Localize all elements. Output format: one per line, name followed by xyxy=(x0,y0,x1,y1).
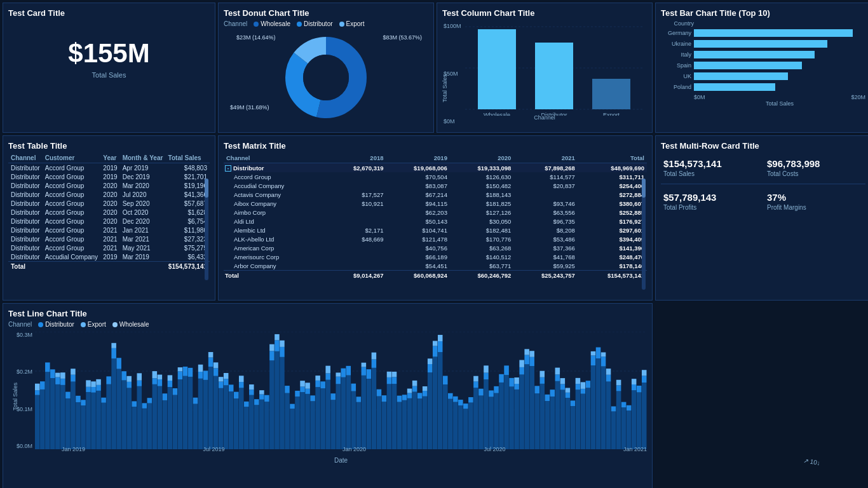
svg-rect-20 xyxy=(40,390,45,449)
matrix-col-2019: 2019 xyxy=(386,153,449,163)
svg-rect-32 xyxy=(65,398,71,449)
svg-rect-21 xyxy=(40,381,45,390)
svg-rect-138 xyxy=(280,347,285,357)
svg-rect-250 xyxy=(519,374,524,449)
svg-rect-183 xyxy=(377,396,382,449)
table-total-row: Total $154,573,141 xyxy=(8,262,210,271)
svg-rect-94 xyxy=(193,398,198,404)
svg-rect-268 xyxy=(555,381,560,449)
export-dot xyxy=(339,22,344,27)
svg-rect-59 xyxy=(121,381,126,449)
svg-rect-304 xyxy=(621,402,627,408)
matrix-row: Alembic Ltd$2,171$104,741$182,481$8,208$… xyxy=(224,226,647,234)
svg-rect-215 xyxy=(438,341,443,352)
svg-rect-88 xyxy=(178,367,183,371)
svg-rect-96 xyxy=(198,372,203,379)
svg-rect-25 xyxy=(50,369,55,378)
svg-rect-61 xyxy=(126,388,132,449)
svg-rect-185 xyxy=(382,402,387,449)
svg-rect-131 xyxy=(269,360,275,449)
line-title: Test Line Chart Title xyxy=(8,309,647,318)
table-row: DistributorAccord Group2019Apr 2019$48,8… xyxy=(8,163,210,173)
svg-rect-201 xyxy=(412,386,417,392)
svg-rect-240 xyxy=(494,386,499,393)
svg-rect-128 xyxy=(259,390,264,394)
matrix-scrollbar-thumb[interactable] xyxy=(642,179,646,198)
svg-rect-54 xyxy=(111,358,116,449)
svg-rect-303 xyxy=(621,407,627,449)
svg-rect-198 xyxy=(407,393,412,398)
svg-rect-206 xyxy=(423,391,428,396)
svg-rect-212 xyxy=(433,346,438,357)
table-row: DistributorAccord Group2019Dec 2019$21,7… xyxy=(8,172,210,181)
bar-row-uk: UK xyxy=(661,72,865,80)
svg-rect-205 xyxy=(423,396,428,449)
svg-rect-24 xyxy=(50,378,55,449)
matrix-total-2018: $9,014,267 xyxy=(328,271,386,280)
svg-rect-74 xyxy=(153,378,158,384)
svg-rect-313 xyxy=(642,376,647,383)
svg-rect-277 xyxy=(571,406,576,449)
donut-label-distributor: $49M (31.68%) xyxy=(230,104,269,111)
bar-title: Test Bar Chart Title (Top 10) xyxy=(661,8,865,18)
svg-rect-31 xyxy=(60,372,65,379)
wholesale-dot xyxy=(254,22,259,27)
svg-rect-230 xyxy=(473,381,478,388)
svg-rect-72 xyxy=(147,398,153,403)
svg-rect-242 xyxy=(499,374,504,383)
svg-rect-42 xyxy=(86,387,91,392)
svg-rect-223 xyxy=(458,405,463,449)
cursor-area: ↗ 10↓ xyxy=(655,303,868,488)
distributor-label: Distributor xyxy=(304,20,333,27)
svg-rect-217 xyxy=(443,384,448,449)
matrix-scrollbar[interactable] xyxy=(642,179,646,290)
svg-rect-35 xyxy=(71,375,76,382)
table-row: DistributorAccord Group2020Mar 2020$19,1… xyxy=(8,181,210,190)
bar-row-italy: Italy xyxy=(661,51,865,58)
table-row: DistributorAccord Group2021Mar 2021$27,3… xyxy=(8,234,210,243)
svg-rect-214 xyxy=(438,352,443,449)
svg-rect-180 xyxy=(372,368,377,449)
svg-rect-105 xyxy=(214,362,219,368)
svg-rect-177 xyxy=(362,363,367,367)
svg-rect-36 xyxy=(71,369,76,374)
col-channel: Channel xyxy=(8,153,43,163)
bar-row-germany: Germany xyxy=(661,29,865,37)
multirow-total-costs: $96,783,998 Total Costs xyxy=(764,156,865,180)
svg-rect-260 xyxy=(534,386,539,393)
svg-rect-79 xyxy=(163,400,168,449)
table-scrollbar[interactable] xyxy=(205,179,208,280)
svg-rect-39 xyxy=(81,405,86,449)
column-chart-area: Total Sales $100M $50M $0M Wholesale xyxy=(442,20,647,122)
svg-rect-53 xyxy=(106,376,111,384)
svg-rect-200 xyxy=(412,392,417,449)
svg-rect-281 xyxy=(576,378,581,384)
bar-panel: Test Bar Chart Title (Top 10) Country Ge… xyxy=(655,3,868,133)
svg-rect-116 xyxy=(239,388,244,449)
svg-rect-22 xyxy=(45,372,50,449)
multirow-total-sales: $154,573,141 Total Sales xyxy=(661,156,762,180)
svg-rect-221 xyxy=(453,402,458,449)
scrollbar-thumb[interactable] xyxy=(205,179,208,198)
matrix-total-2021: $25,243,757 xyxy=(513,271,577,280)
svg-rect-97 xyxy=(198,365,203,372)
svg-rect-145 xyxy=(295,391,300,396)
svg-rect-30 xyxy=(60,379,65,385)
svg-rect-46 xyxy=(91,381,96,387)
svg-rect-41 xyxy=(86,392,91,449)
svg-rect-241 xyxy=(499,383,504,449)
svg-rect-133 xyxy=(269,344,275,351)
svg-rect-302 xyxy=(616,380,621,386)
svg-rect-119 xyxy=(244,407,249,449)
svg-rect-211 xyxy=(433,356,438,449)
svg-rect-174 xyxy=(356,396,362,402)
table-row: DistributorAccord Group2020Jul 2020$41,3… xyxy=(8,190,210,199)
svg-rect-270 xyxy=(555,368,560,375)
svg-rect-252 xyxy=(519,360,524,367)
svg-rect-195 xyxy=(402,400,407,449)
svg-rect-99 xyxy=(203,370,208,379)
svg-rect-314 xyxy=(642,370,647,376)
column-svg: Wholesale Distributor Export xyxy=(465,20,643,116)
matrix-total-label: Total xyxy=(224,271,328,280)
multirow-label-1: Total Costs xyxy=(767,170,863,177)
